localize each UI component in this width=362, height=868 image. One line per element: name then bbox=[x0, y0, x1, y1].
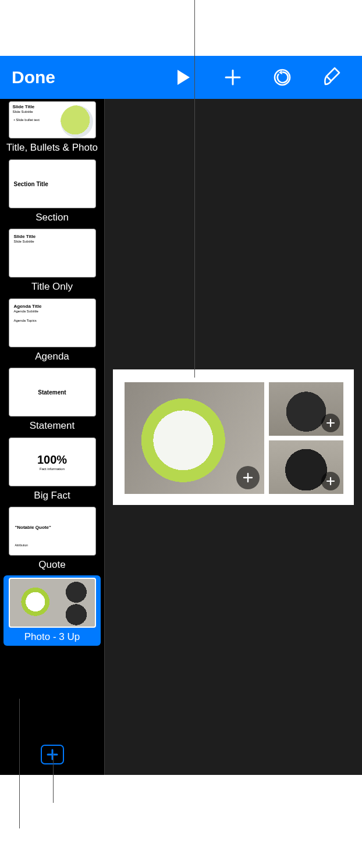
thumb-small: Fact information bbox=[9, 467, 95, 471]
replace-image-button[interactable] bbox=[321, 472, 340, 490]
layout-item-statement[interactable]: Statement Statement bbox=[0, 365, 104, 435]
callout-line-top bbox=[194, 0, 195, 378]
plus-icon bbox=[325, 476, 336, 486]
thumb-bullet: • Slide bullet text bbox=[14, 118, 40, 122]
image-placeholder-bottom-right[interactable] bbox=[269, 440, 343, 494]
paintbrush-icon bbox=[322, 67, 342, 88]
layout-thumb: Slide Title Slide Subtitle • Slide bulle… bbox=[9, 101, 96, 138]
layout-item-section[interactable]: Section Title Section bbox=[0, 157, 104, 227]
layout-label: Quote bbox=[6, 559, 98, 571]
layout-thumb: "Notable Quote" Attribution bbox=[9, 507, 96, 556]
layout-thumb: 100% Fact information bbox=[9, 437, 96, 486]
layout-item-agenda[interactable]: Agenda Title Agenda Subtitle Agenda Topi… bbox=[0, 296, 104, 366]
plus-icon bbox=[46, 748, 59, 761]
layout-item-photo-3-up[interactable]: Photo - 3 Up bbox=[3, 575, 101, 646]
thumb-big: 100% bbox=[9, 453, 95, 467]
plus-icon bbox=[242, 471, 254, 484]
keynote-app-window: Done bbox=[0, 56, 362, 775]
layout-label: Photo - 3 Up bbox=[7, 631, 97, 643]
plus-icon bbox=[223, 68, 242, 87]
thumb-photo bbox=[61, 105, 93, 138]
callout-line-bottom-b bbox=[53, 753, 54, 803]
thumb-attribution: Attribution bbox=[15, 543, 29, 547]
layout-thumb bbox=[9, 578, 96, 628]
thumb-title: Section Title bbox=[14, 181, 48, 187]
slide-canvas[interactable] bbox=[105, 99, 362, 775]
layout-thumb: Agenda Title Agenda Subtitle Agenda Topi… bbox=[9, 298, 96, 347]
play-button[interactable] bbox=[158, 56, 208, 99]
layout-item-quote[interactable]: "Notable Quote" Attribution Quote bbox=[0, 504, 104, 574]
layout-thumb: Statement bbox=[9, 368, 96, 417]
thumb-subtitle: Slide Subtitle bbox=[14, 240, 34, 243]
layout-label: Section bbox=[6, 212, 98, 223]
layout-thumb: Slide Title Slide Subtitle bbox=[9, 229, 96, 278]
thumb-body: Agenda Topics bbox=[14, 319, 37, 322]
done-button[interactable]: Done bbox=[6, 67, 61, 87]
layout-label: Big Fact bbox=[6, 490, 98, 501]
toolbar: Done bbox=[0, 56, 362, 99]
layout-label: Title Only bbox=[6, 281, 98, 293]
add-slide-button[interactable] bbox=[41, 745, 64, 764]
plus-icon bbox=[325, 418, 336, 428]
layout-label: Statement bbox=[6, 420, 98, 432]
thumb-quote: "Notable Quote" bbox=[15, 525, 51, 530]
thumb-subtitle: Agenda Subtitle bbox=[14, 310, 38, 313]
insert-button[interactable] bbox=[208, 56, 257, 99]
thumb-title: Agenda Title bbox=[14, 304, 42, 309]
thumb-subtitle: Slide Subtitle bbox=[13, 110, 33, 113]
thumb-title: Slide Title bbox=[14, 234, 36, 239]
replace-image-button[interactable] bbox=[236, 466, 260, 489]
image-placeholder-main[interactable] bbox=[125, 382, 264, 494]
replace-image-button[interactable] bbox=[321, 414, 340, 432]
layout-item-title-only[interactable]: Slide Title Slide Subtitle Title Only bbox=[0, 226, 104, 296]
play-icon bbox=[176, 69, 191, 86]
layout-label: Title, Bullets & Photo bbox=[6, 142, 98, 154]
undo-icon bbox=[272, 67, 292, 87]
callout-line-bottom-a bbox=[19, 699, 20, 828]
layout-label: Agenda bbox=[6, 351, 98, 362]
thumb-center: Statement bbox=[9, 389, 95, 396]
thumb-title: Slide Title bbox=[13, 104, 35, 109]
slide[interactable] bbox=[113, 369, 354, 505]
undo-button[interactable] bbox=[257, 56, 307, 99]
image-placeholder-top-right[interactable] bbox=[269, 382, 343, 436]
slide-layout-sidebar[interactable]: Slide Title Slide Subtitle • Slide bulle… bbox=[0, 99, 105, 775]
layout-item-title-bullets-photo[interactable]: Slide Title Slide Subtitle • Slide bulle… bbox=[0, 99, 104, 157]
layout-item-big-fact[interactable]: 100% Fact information Big Fact bbox=[0, 435, 104, 505]
layout-thumb: Section Title bbox=[9, 159, 96, 208]
format-button[interactable] bbox=[307, 56, 356, 99]
